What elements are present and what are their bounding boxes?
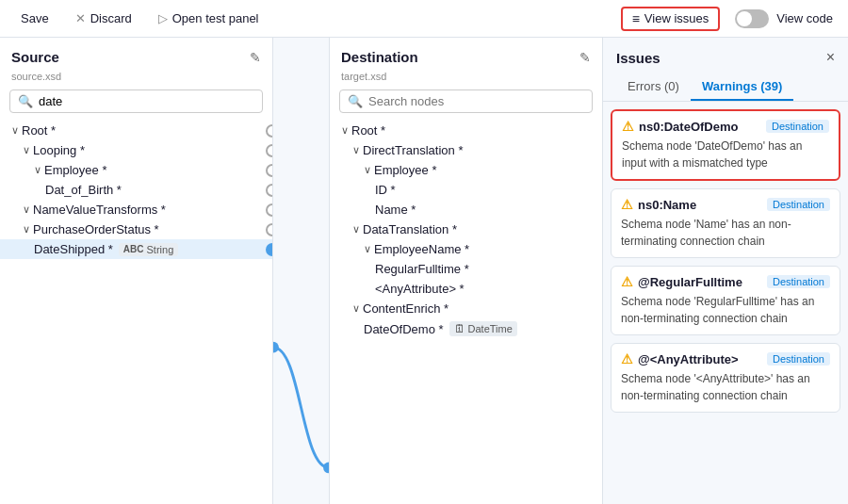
close-issues-button[interactable]: × <box>826 49 835 66</box>
chevron-down-icon: ∨ <box>352 223 360 236</box>
chevron-down-icon: ∨ <box>352 302 360 315</box>
chevron-down-icon: ∨ <box>364 164 371 176</box>
list-item[interactable]: <AnyAttribute> * <box>330 279 602 299</box>
type-badge: 🗓 DateTime <box>449 321 517 336</box>
issue-card[interactable]: ⚠ ns0:DateOfDemo Destination Schema node… <box>611 109 840 181</box>
list-item[interactable]: ∨ Employee * <box>0 160 272 180</box>
discard-icon: ✕ <box>75 11 86 25</box>
chevron-down-icon: ∨ <box>23 223 30 236</box>
chevron-down-icon: ∨ <box>34 164 41 176</box>
view-issues-label: View issues <box>644 11 709 25</box>
list-item[interactable]: ∨ NameValueTransforms * <box>0 200 272 219</box>
destination-badge: Destination <box>766 120 829 133</box>
destination-badge: Destination <box>767 352 830 366</box>
list-item[interactable]: Name * <box>330 200 602 219</box>
destination-subtitle: target.xsd <box>330 71 602 89</box>
issue-card-header: ⚠ @RegularFulltime Destination <box>621 274 830 289</box>
issues-icon: ≡ <box>632 11 640 26</box>
open-test-panel-button[interactable]: ▷ Open test panel <box>153 8 265 29</box>
view-code-toggle[interactable] <box>735 9 769 28</box>
issue-desc: Schema node 'Name' has an non-terminatin… <box>621 216 830 250</box>
warning-icon: ⚠ <box>622 119 634 134</box>
list-item[interactable]: ∨ Root * <box>330 121 602 140</box>
issue-card-header: ⚠ @<AnyAttribute> Destination <box>621 351 830 366</box>
source-search-input[interactable] <box>39 94 254 108</box>
list-item[interactable]: ∨ PurchaseOrderStatus * <box>0 219 272 239</box>
issues-header: Issues × <box>603 38 848 66</box>
issue-card[interactable]: ⚠ ns0:Name Destination Schema node 'Name… <box>611 188 840 258</box>
connector-node <box>266 124 272 138</box>
warning-icon: ⚠ <box>621 197 633 212</box>
open-test-panel-label: Open test panel <box>172 11 259 25</box>
svg-point-1 <box>323 463 329 474</box>
issue-desc: Schema node 'DateOfDemo' has an input wi… <box>622 138 829 171</box>
toolbar: Save ✕ Discard ▷ Open test panel ≡ View … <box>0 0 848 38</box>
issue-name: ⚠ @RegularFulltime <box>621 274 742 289</box>
list-item[interactable]: ∨ EmployeeName * <box>330 239 602 259</box>
connector-node <box>266 164 272 177</box>
view-issues-button[interactable]: ≡ View issues <box>621 7 721 31</box>
connector-node <box>266 223 272 236</box>
destination-tree: ∨ Root * ∨ DirectTranslation * ∨ Employe… <box>330 121 602 504</box>
source-search-box: 🔍 <box>9 89 263 113</box>
source-title: Source <box>11 49 59 65</box>
source-panel: Source ✎ source.xsd 🔍 ∨ Root * ∨ Looping… <box>0 38 273 504</box>
chevron-down-icon: ∨ <box>23 203 30 216</box>
type-badge: ABC String <box>119 243 178 256</box>
list-item[interactable]: ∨ ContentEnrich * <box>330 299 602 318</box>
issues-tabs: Errors (0) Warnings (39) <box>603 66 848 102</box>
view-code-toggle-wrap: View code <box>735 9 833 28</box>
list-item[interactable]: ∨ Root * <box>0 121 272 140</box>
destination-search-box: 🔍 <box>339 89 593 113</box>
destination-badge: Destination <box>767 198 830 211</box>
play-icon: ▷ <box>158 11 168 25</box>
list-item[interactable]: DateShipped * ABC String <box>0 239 272 259</box>
list-item[interactable]: ID * <box>330 180 602 200</box>
save-label: Save <box>21 11 49 25</box>
tab-errors[interactable]: Errors (0) <box>616 73 691 101</box>
list-item[interactable]: ∨ DataTranslation * <box>330 219 602 239</box>
list-item[interactable]: ∨ DirectTranslation * <box>330 140 602 160</box>
issue-card-header: ⚠ ns0:Name Destination <box>621 197 830 212</box>
chevron-down-icon: ∨ <box>364 243 371 255</box>
issue-name: ⚠ @<AnyAttribute> <box>621 351 739 366</box>
view-code-label: View code <box>776 11 833 25</box>
tab-warnings[interactable]: Warnings (39) <box>691 73 793 101</box>
issues-panel: Issues × Errors (0) Warnings (39) ⚠ ns0:… <box>603 38 848 504</box>
chevron-down-icon: ∨ <box>341 124 349 137</box>
list-item[interactable]: ∨ Looping * <box>0 140 272 160</box>
issue-desc: Schema node 'RegularFulltime' has an non… <box>621 293 830 327</box>
chevron-down-icon: ∨ <box>11 124 19 137</box>
destination-panel: Destination ✎ target.xsd 🔍 ∨ Root * ∨ Di… <box>330 38 603 504</box>
issue-desc: Schema node '<AnyAttribute>' has an non-… <box>621 370 830 404</box>
chevron-down-icon: ∨ <box>352 144 360 156</box>
list-item[interactable]: RegularFulltime * <box>330 259 602 279</box>
main-area: Source ✎ source.xsd 🔍 ∨ Root * ∨ Looping… <box>0 38 848 504</box>
destination-title: Destination <box>341 49 418 65</box>
discard-button[interactable]: ✕ Discard <box>70 8 138 29</box>
discard-label: Discard <box>90 11 132 25</box>
chevron-down-icon: ∨ <box>23 144 30 156</box>
source-subtitle: source.xsd <box>0 71 272 89</box>
issue-card-header: ⚠ ns0:DateOfDemo Destination <box>622 119 829 134</box>
list-item[interactable]: DateOfDemo * 🗓 DateTime <box>330 318 602 339</box>
list-item[interactable]: Dat_of_Birth * <box>0 180 272 200</box>
connector-node <box>266 203 272 217</box>
destination-search-input[interactable] <box>368 94 584 108</box>
issue-card[interactable]: ⚠ @RegularFulltime Destination Schema no… <box>611 266 840 335</box>
connector-node <box>266 144 272 157</box>
destination-search-icon: 🔍 <box>348 94 363 108</box>
connection-svg <box>273 38 329 504</box>
issue-card[interactable]: ⚠ @<AnyAttribute> Destination Schema nod… <box>611 343 840 413</box>
connector-node <box>266 184 272 197</box>
source-tree: ∨ Root * ∨ Looping * ∨ Employee * Dat_of… <box>0 121 272 504</box>
svg-point-0 <box>273 342 279 353</box>
destination-edit-icon[interactable]: ✎ <box>579 50 591 65</box>
issue-name: ⚠ ns0:DateOfDemo <box>622 119 738 134</box>
save-button[interactable]: Save <box>15 8 55 29</box>
list-item[interactable]: ∨ Employee * <box>330 160 602 180</box>
connection-area <box>273 38 330 504</box>
source-edit-icon[interactable]: ✎ <box>250 50 261 65</box>
issue-name: ⚠ ns0:Name <box>621 197 696 212</box>
warning-icon: ⚠ <box>621 274 633 289</box>
